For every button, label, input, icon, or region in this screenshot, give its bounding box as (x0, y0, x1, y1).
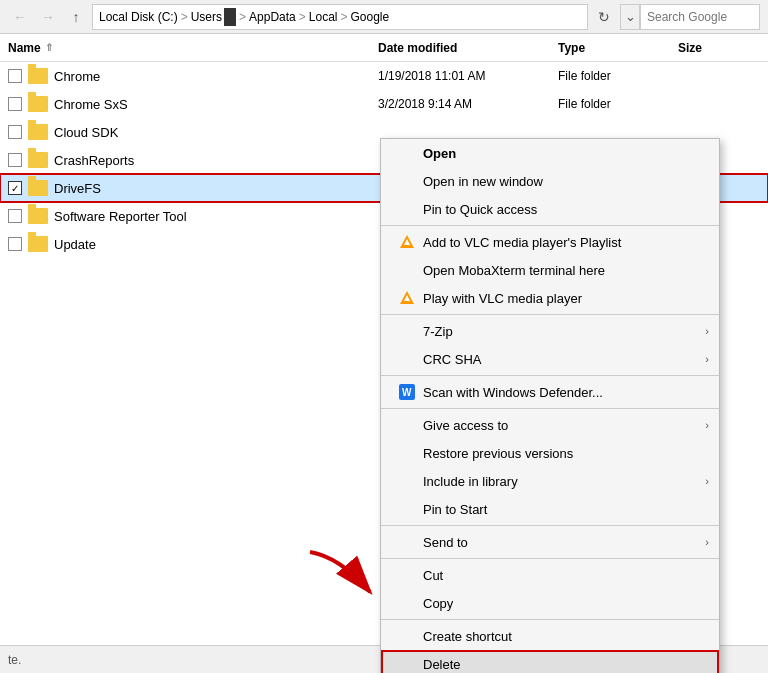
folder-icon (28, 236, 48, 252)
breadcrumb-username[interactable] (224, 8, 236, 26)
context-menu-label: Send to (423, 535, 468, 550)
col-size-header[interactable]: Size (678, 41, 760, 55)
folder-icon (28, 124, 48, 140)
context-menu-item-include-library[interactable]: Include in library› (381, 467, 719, 495)
vlc-icon (397, 290, 417, 306)
file-name-text: Cloud SDK (54, 125, 118, 140)
context-menu-label: Delete (423, 657, 461, 672)
breadcrumb-sep2: > (239, 10, 246, 24)
file-name-text: Update (54, 237, 96, 252)
back-button[interactable]: ← (8, 5, 32, 29)
file-name-text: Software Reporter Tool (54, 209, 187, 224)
titlebar-left: ← → ↑ Local Disk (C:) > Users > AppData … (8, 4, 640, 30)
file-checkbox[interactable] (8, 125, 22, 139)
file-name-text: Chrome SxS (54, 97, 128, 112)
search-input[interactable] (640, 4, 760, 30)
folder-icon (28, 68, 48, 84)
context-menu-label: Add to VLC media player's Playlist (423, 235, 621, 250)
context-menu-label: Scan with Windows Defender... (423, 385, 603, 400)
breadcrumb-dropdown[interactable]: ⌄ (620, 4, 640, 30)
breadcrumb-sep4: > (340, 10, 347, 24)
submenu-arrow-icon: › (705, 419, 709, 431)
col-date-header[interactable]: Date modified (378, 41, 558, 55)
context-menu-label: Open MobaXterm terminal here (423, 263, 605, 278)
context-menu-item-open-new-window[interactable]: Open in new window (381, 167, 719, 195)
col-name-header[interactable]: Name ⇑ (8, 41, 378, 55)
context-menu-item-open[interactable]: Open (381, 139, 719, 167)
context-menu-label: Play with VLC media player (423, 291, 582, 306)
context-menu-item-delete[interactable]: Delete (381, 650, 719, 673)
context-menu-item-crc-sha[interactable]: CRC SHA› (381, 345, 719, 373)
context-menu-item-vlc-play[interactable]: Play with VLC media player (381, 284, 719, 312)
file-row[interactable]: Chrome SxS 3/2/2018 9:14 AM File folder (0, 90, 768, 118)
forward-button[interactable]: → (36, 5, 60, 29)
file-name-cell: Software Reporter Tool (8, 208, 378, 224)
submenu-arrow-icon: › (705, 475, 709, 487)
file-checkbox[interactable] (8, 209, 22, 223)
folder-icon (28, 152, 48, 168)
col-type-header[interactable]: Type (558, 41, 678, 55)
context-menu-item-defender[interactable]: W Scan with Windows Defender... (381, 378, 719, 406)
context-menu-separator (381, 619, 719, 620)
context-menu-item-restore-versions[interactable]: Restore previous versions (381, 439, 719, 467)
breadcrumb-appdata[interactable]: AppData (249, 10, 296, 24)
submenu-arrow-icon: › (705, 325, 709, 337)
vlc-icon (397, 234, 417, 250)
file-name-text: CrashReports (54, 153, 134, 168)
context-menu-label: Pin to Start (423, 502, 487, 517)
breadcrumb-sep3: > (299, 10, 306, 24)
context-menu-separator (381, 375, 719, 376)
file-date: 1/19/2018 11:01 AM (378, 69, 558, 83)
context-menu-item-pin-quick-access[interactable]: Pin to Quick access (381, 195, 719, 223)
folder-icon (28, 180, 48, 196)
context-menu-separator (381, 408, 719, 409)
context-menu-separator (381, 225, 719, 226)
context-menu-item-create-shortcut[interactable]: Create shortcut (381, 622, 719, 650)
refresh-button[interactable]: ↻ (592, 5, 616, 29)
file-checkbox[interactable] (8, 69, 22, 83)
submenu-arrow-icon: › (705, 353, 709, 365)
context-menu-label: Include in library (423, 474, 518, 489)
breadcrumb-google[interactable]: Google (350, 10, 389, 24)
context-menu-label: Cut (423, 568, 443, 583)
file-name-cell: Cloud SDK (8, 124, 378, 140)
context-menu-label: Copy (423, 596, 453, 611)
file-name-cell: CrashReports (8, 152, 378, 168)
file-row[interactable]: Chrome 1/19/2018 11:01 AM File folder (0, 62, 768, 90)
file-name-cell: Chrome (8, 68, 378, 84)
sort-arrow-icon: ⇑ (45, 42, 53, 53)
file-type: File folder (558, 97, 678, 111)
context-menu-item-mobaXterm[interactable]: Open MobaXterm terminal here (381, 256, 719, 284)
svg-text:W: W (402, 387, 412, 398)
breadcrumb[interactable]: Local Disk (C:) > Users > AppData > Loca… (92, 4, 588, 30)
file-name-cell: Chrome SxS (8, 96, 378, 112)
file-checkbox[interactable] (8, 153, 22, 167)
up-button[interactable]: ↑ (64, 5, 88, 29)
file-checkbox[interactable] (8, 97, 22, 111)
file-checkbox[interactable] (8, 237, 22, 251)
context-menu-label: Open in new window (423, 174, 543, 189)
context-menu-item-7zip[interactable]: 7-Zip› (381, 317, 719, 345)
column-header: Name ⇑ Date modified Type Size (0, 34, 768, 62)
breadcrumb-local-disk[interactable]: Local Disk (C:) (99, 10, 178, 24)
folder-icon (28, 208, 48, 224)
context-menu-item-copy[interactable]: Copy (381, 589, 719, 617)
context-menu-label: Restore previous versions (423, 446, 573, 461)
context-menu-label: Open (423, 146, 456, 161)
context-menu-item-give-access[interactable]: Give access to› (381, 411, 719, 439)
file-date: 3/2/2018 9:14 AM (378, 97, 558, 111)
context-menu-separator (381, 525, 719, 526)
context-menu-item-cut[interactable]: Cut (381, 561, 719, 589)
context-menu-label: CRC SHA (423, 352, 482, 367)
file-checkbox[interactable]: ✓ (8, 181, 22, 195)
file-name-cell: ✓ DriveFS (8, 180, 378, 196)
breadcrumb-users[interactable]: Users (191, 10, 222, 24)
context-menu-item-pin-start[interactable]: Pin to Start (381, 495, 719, 523)
context-menu-item-send-to[interactable]: Send to› (381, 528, 719, 556)
status-text: te. (8, 653, 21, 667)
context-menu-label: Pin to Quick access (423, 202, 537, 217)
folder-icon (28, 96, 48, 112)
submenu-arrow-icon: › (705, 536, 709, 548)
context-menu-item-vlc-playlist[interactable]: Add to VLC media player's Playlist (381, 228, 719, 256)
breadcrumb-local[interactable]: Local (309, 10, 338, 24)
